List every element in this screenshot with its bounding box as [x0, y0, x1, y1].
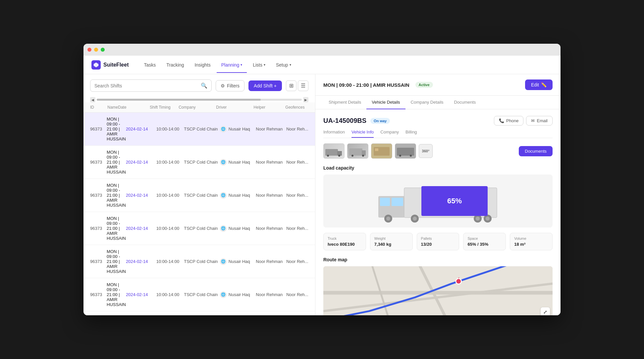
svg-point-23	[476, 217, 480, 221]
svg-rect-1	[325, 149, 338, 156]
cell-name: MON | 09:00 - 21:00 | AMIR HUSSAIN	[107, 150, 126, 175]
add-shift-label: Add Shift +	[254, 83, 277, 88]
filter-button[interactable]: ⚙ Filters	[216, 80, 244, 91]
sub-tab-company[interactable]: Company	[380, 129, 399, 138]
tab-documents[interactable]: Documents	[449, 96, 481, 109]
cell-timing: 10:00-14:00	[156, 127, 184, 131]
cell-helper: Noor Rehman	[256, 127, 286, 131]
edit-button[interactable]: Edit ✏️	[525, 79, 553, 90]
vehicle-thumb-2[interactable]	[347, 143, 368, 159]
stat-value: Iveco 80E190	[328, 242, 362, 247]
logo-svg	[93, 62, 99, 68]
cell-geo: Noor Reh...	[286, 127, 308, 131]
stat-label: Pallets	[421, 236, 455, 240]
cell-name: MON | 09:00 - 21:00 | AMIR HUSSAIN	[107, 117, 126, 141]
email-label: Email	[537, 118, 548, 123]
stat-label: Volume	[514, 236, 548, 240]
close-icon[interactable]	[87, 48, 91, 52]
cell-timing: 10:00-14:00	[156, 259, 184, 264]
cell-geo: Noor Reh...	[286, 193, 308, 198]
list-view-button[interactable]: ☰	[298, 80, 308, 91]
cell-helper: Noor Rehman	[256, 160, 286, 165]
shift-title: MON | 09:00 - 21:00 | AMIR HUSSAIN	[323, 82, 409, 88]
horizontal-scrollbar[interactable]: ◀ ▶	[83, 97, 315, 102]
svg-text:↕: ↕	[458, 276, 460, 281]
driver-globe-icon: 🌐	[220, 126, 227, 132]
minimize-icon[interactable]	[94, 48, 98, 52]
vehicle-thumb-4[interactable]	[395, 143, 416, 159]
cell-company: TSCP Cold Chain	[184, 160, 220, 165]
col-header-id: ID	[90, 105, 107, 110]
cell-date: 2024-02-14	[126, 160, 156, 165]
tab-shipment-details[interactable]: Shipment Details	[323, 96, 366, 109]
cell-geo: Noor Reh...	[286, 160, 308, 165]
tab-company-details[interactable]: Company Details	[405, 96, 449, 109]
grid-view-button[interactable]: ⊞	[286, 80, 296, 91]
on-way-badge: On way	[370, 118, 390, 124]
stat-value: 7,340 kg	[374, 242, 408, 247]
vehicle-thumb-3[interactable]	[371, 143, 392, 159]
nav-lists[interactable]: Lists ▾	[248, 60, 270, 70]
table-row[interactable]: 96373 MON | 09:00 - 21:00 | AMIR HUSSAIN…	[83, 179, 315, 212]
maximize-icon[interactable]	[101, 48, 105, 52]
nav-planning[interactable]: Planning ▾	[217, 60, 247, 70]
cell-helper: Noor Rehman	[256, 292, 286, 297]
nav-insights[interactable]: Insights	[190, 60, 215, 70]
documents-button[interactable]: Documents	[519, 146, 553, 156]
table-row[interactable]: 96373 MON | 09:00 - 21:00 | AMIR HUSSAIN…	[83, 113, 315, 146]
stat-label: Space	[467, 236, 502, 240]
cell-company: TSCP Cold Chain	[184, 127, 220, 131]
add-shift-button[interactable]: Add Shift +	[248, 80, 282, 91]
view-360-button[interactable]: 360°	[419, 144, 433, 158]
map-zoom-button[interactable]: ⤢	[541, 307, 550, 315]
contact-buttons: 📞 Phone ✉ Email	[494, 116, 553, 126]
svg-rect-15	[380, 198, 390, 206]
table-row[interactable]: 96373 MON | 09:00 - 21:00 | AMIR HUSSAIN…	[83, 311, 315, 315]
col-header-name: Name	[107, 105, 118, 110]
scroll-left-arrow[interactable]: ◀	[90, 97, 95, 102]
sub-tab-information[interactable]: Information	[323, 129, 345, 138]
cell-name: MON | 09:00 - 21:00 | AMIR HUSSAIN	[107, 183, 126, 208]
logo-icon	[91, 60, 101, 70]
driver-globe-icon: 🌐	[220, 225, 227, 232]
phone-icon: 📞	[499, 118, 504, 123]
left-panel: 🔍 ⚙ Filters Add Shift + ⊞ ☰	[83, 74, 315, 315]
sub-tab-vehicle-info[interactable]: Vehicle Info	[351, 129, 374, 138]
table-row[interactable]: 96373 MON | 09:00 - 21:00 | AMIR HUSSAIN…	[83, 146, 315, 179]
search-input[interactable]	[94, 83, 198, 88]
scroll-track[interactable]	[97, 99, 302, 101]
nav-items: Tasks Tracking Insights Planning ▾ Lists…	[139, 60, 553, 70]
cell-geo: Noor Reh...	[286, 259, 308, 264]
cell-date: 2024-02-14	[126, 292, 156, 297]
phone-button[interactable]: 📞 Phone	[494, 116, 524, 126]
app-window: SuiteFleet Tasks Tracking Insights Plann…	[83, 44, 561, 315]
scroll-right-arrow[interactable]: ▶	[303, 97, 308, 102]
phone-label: Phone	[506, 118, 519, 123]
sub-tab-billing[interactable]: Billing	[405, 129, 417, 138]
nav-tasks[interactable]: Tasks	[139, 60, 160, 70]
cell-helper: Noor Rehman	[256, 259, 286, 264]
nav-setup[interactable]: Setup ▾	[271, 60, 296, 70]
cell-driver: 🌐 Nusair Haq	[220, 159, 256, 166]
tab-vehicle-details[interactable]: Vehicle Details	[366, 96, 405, 109]
table-row[interactable]: 96373 MON | 09:00 - 21:00 | AMIR HUSSAIN…	[83, 245, 315, 278]
cell-date: 2024-02-14	[126, 226, 156, 231]
cell-driver: 🌐 Nusair Haq	[220, 291, 256, 298]
cell-id: 96373	[90, 259, 107, 264]
cell-driver: 🌐 Nusair Haq	[220, 192, 256, 199]
col-header-driver: Driver	[216, 105, 253, 110]
vehicle-info-panel: UA-145009BS On way 📞 Phone ✉ Email	[315, 109, 561, 315]
stat-label: Truck	[328, 236, 362, 240]
svg-point-12	[399, 155, 401, 157]
vehicle-thumb-1[interactable]	[323, 143, 345, 159]
table-row[interactable]: 96373 MON | 09:00 - 21:00 | AMIR HUSSAIN…	[83, 278, 315, 311]
search-box[interactable]: 🔍	[90, 79, 212, 92]
truck-thumb-svg-2	[349, 145, 367, 157]
svg-rect-16	[392, 198, 403, 206]
email-button[interactable]: ✉ Email	[526, 116, 553, 126]
scroll-thumb[interactable]	[97, 99, 261, 101]
left-toolbar: 🔍 ⚙ Filters Add Shift + ⊞ ☰	[83, 74, 315, 97]
lists-chevron-icon: ▾	[264, 63, 265, 67]
table-row[interactable]: 96373 MON | 09:00 - 21:00 | AMIR HUSSAIN…	[83, 212, 315, 245]
nav-tracking[interactable]: Tracking	[162, 60, 188, 70]
